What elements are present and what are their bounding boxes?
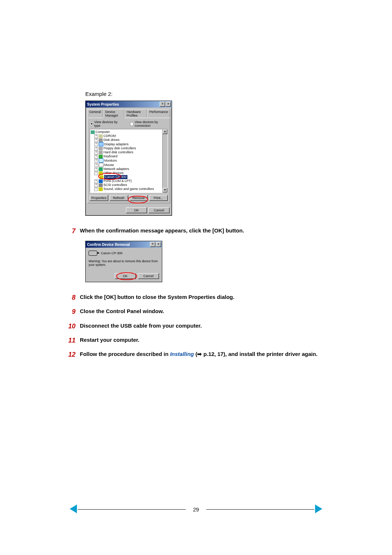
system-properties-window: System Properties ? × General Device Man… — [85, 101, 172, 216]
mouse-icon — [99, 163, 103, 167]
expand-icon[interactable]: + — [94, 183, 98, 187]
ports-icon — [99, 179, 103, 183]
step-number-11: 11 — [62, 336, 80, 345]
tab-hardware-profiles[interactable]: Hardware Profiles — [124, 109, 147, 118]
harddisk-icon — [99, 151, 103, 154]
svg-marker-1 — [315, 505, 322, 513]
step-12b: (➡ p.12, 17), and install the printer dr… — [194, 351, 318, 357]
cancel-button[interactable]: Cancel — [138, 273, 159, 279]
expand-icon[interactable]: + — [94, 163, 98, 167]
footer-rule — [206, 509, 314, 510]
tree-sound[interactable]: Sound, video and game controllers — [103, 187, 154, 191]
radio-by-connection-label: View devices by connection — [135, 120, 168, 127]
confirm-device-removal-window: Confirm Device Removal ? × Canon CP-300 … — [85, 241, 162, 282]
sound-icon — [99, 187, 103, 191]
disk-icon — [99, 138, 103, 142]
print-button[interactable]: Print... — [149, 195, 168, 201]
refresh-button[interactable]: Refresh — [110, 195, 128, 201]
tab-general[interactable]: General — [87, 109, 103, 118]
display-icon — [99, 142, 103, 146]
expand-icon[interactable]: + — [94, 167, 98, 171]
scroll-down-icon[interactable]: ▼ — [163, 188, 167, 193]
page-number: 29 — [186, 506, 207, 513]
expand-icon[interactable]: + — [94, 138, 98, 142]
dialog-title: Confirm Device Removal — [87, 243, 130, 247]
tree-computer: Computer — [95, 130, 110, 134]
step-9-text: Close the Control Panel window. — [80, 307, 330, 316]
scroll-up-icon[interactable]: ▲ — [163, 129, 167, 134]
radio-by-connection[interactable]: View devices by connection — [130, 120, 168, 127]
close-icon[interactable]: × — [156, 242, 161, 247]
window-title: System Properties — [87, 102, 119, 106]
step-12-text: Follow the procedure described in Instal… — [80, 350, 330, 359]
tree-hdc[interactable]: Hard disk controllers — [103, 150, 133, 154]
expand-icon[interactable]: + — [94, 155, 98, 158]
collapse-icon[interactable]: − — [94, 171, 98, 175]
example-label: Example 2: — [85, 91, 330, 97]
tree-network[interactable]: Network adapters — [103, 167, 129, 171]
warning-text: Warning: You are about to remove this de… — [89, 259, 159, 267]
floppy-icon — [99, 147, 103, 150]
properties-button[interactable]: Properties — [90, 195, 108, 201]
step-number-12: 12 — [62, 350, 80, 359]
tree-display[interactable]: Display adapters — [104, 142, 128, 146]
expand-icon[interactable]: + — [94, 159, 98, 162]
step-12a: Follow the procedure described in — [80, 351, 170, 357]
expand-icon[interactable]: + — [94, 179, 98, 183]
installing-link[interactable]: Installing — [170, 351, 194, 357]
step-11-text: Restart your computer. — [80, 336, 330, 345]
next-page-arrow[interactable] — [314, 504, 323, 515]
close-icon[interactable]: × — [166, 102, 171, 107]
keyboard-icon — [99, 155, 103, 158]
tree-floppy[interactable]: Floppy disk controllers — [103, 146, 136, 150]
step-number-7: 7 — [62, 227, 80, 236]
remove-button[interactable]: Remove — [130, 195, 148, 201]
monitor-icon — [99, 158, 103, 163]
tabs: General Device Manager Hardware Profiles… — [86, 108, 172, 118]
titlebar: Confirm Device Removal ? × — [86, 241, 162, 248]
cdrom-icon — [99, 134, 103, 138]
ok-button[interactable]: OK — [126, 207, 147, 213]
red-circle-highlight — [98, 173, 121, 180]
help-icon[interactable]: ? — [160, 102, 165, 107]
usb-device-icon — [89, 251, 97, 256]
radio-by-type[interactable]: View devices by type — [90, 120, 119, 127]
svg-marker-0 — [70, 505, 77, 513]
radio-by-type-label: View devices by type — [94, 120, 119, 127]
footer-rule — [78, 509, 186, 510]
scrollbar[interactable]: ▲ ▼ — [162, 129, 167, 193]
tree-monitors[interactable]: Monitors — [104, 159, 117, 163]
expand-icon[interactable]: + — [94, 151, 98, 154]
cancel-button[interactable]: Cancel — [148, 207, 170, 213]
prev-page-arrow[interactable] — [69, 504, 78, 515]
tree-disk[interactable]: Disk drives — [103, 138, 119, 142]
network-icon — [99, 167, 103, 171]
step-10-text: Disconnect the USB cable from your compu… — [80, 322, 330, 331]
expand-icon[interactable]: + — [94, 134, 98, 138]
step-number-10: 10 — [62, 322, 80, 331]
tree-cdrom[interactable]: CDROM — [103, 134, 116, 138]
expand-icon[interactable]: + — [94, 147, 98, 150]
tree-mouse[interactable]: Mouse — [104, 163, 114, 167]
step-8-text: Click the [OK] button to close the Syste… — [80, 293, 330, 302]
step-7-text: When the confirmation message appears, c… — [80, 227, 330, 236]
scsi-icon — [99, 183, 103, 187]
step-number-9: 9 — [62, 307, 80, 316]
tab-performance[interactable]: Performance — [147, 109, 170, 118]
ok-button[interactable]: OK — [115, 273, 136, 279]
tab-device-manager[interactable]: Device Manager — [103, 109, 124, 118]
help-icon[interactable]: ? — [150, 242, 155, 247]
step-number-8: 8 — [62, 293, 80, 302]
expand-icon[interactable]: + — [94, 142, 98, 146]
tree-scsi[interactable]: SCSI controllers — [103, 183, 127, 187]
device-tree[interactable]: Computer +CDROM +Disk drives +Display ad… — [90, 129, 168, 193]
device-name: Canon CP-300 — [101, 251, 123, 255]
collapse-icon[interactable]: − — [94, 187, 98, 191]
titlebar: System Properties ? × — [86, 101, 172, 108]
computer-icon — [91, 130, 95, 134]
tree-keyboard[interactable]: Keyboard — [103, 154, 118, 158]
